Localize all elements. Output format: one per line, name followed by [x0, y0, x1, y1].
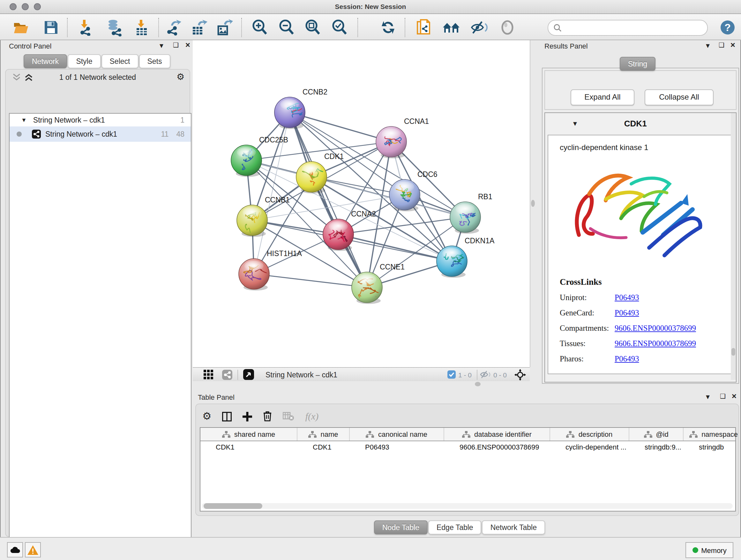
tab-style[interactable]: Style — [68, 54, 100, 68]
zoom-selected-button[interactable] — [331, 18, 348, 37]
panel-close-icon[interactable]: ✕ — [185, 42, 191, 49]
crosslink-link[interactable]: P06493 — [615, 308, 639, 318]
home-pair-button[interactable] — [442, 18, 460, 37]
copy-document-button[interactable] — [415, 18, 433, 37]
panel-maximize-icon[interactable]: ❑ — [719, 42, 724, 49]
cloud-button[interactable] — [7, 542, 23, 557]
column-header-database-identifier[interactable]: database identifier — [444, 428, 550, 441]
results-scrollbar-thumb[interactable] — [731, 348, 735, 356]
column-header-canonical-name[interactable]: canonical name — [350, 428, 444, 441]
expand-all-button[interactable]: Expand All — [570, 89, 634, 105]
import-network-file-button[interactable] — [77, 18, 95, 37]
export-network-button[interactable] — [164, 18, 182, 37]
import-table-button[interactable] — [133, 18, 151, 37]
column-header-namespace[interactable]: namespace — [684, 428, 741, 441]
zoom-fit-button[interactable] — [304, 18, 322, 37]
birdseye-view-icon[interactable] — [243, 369, 254, 380]
node-CCNB2[interactable]: CCNB2 — [274, 88, 327, 129]
edge-CCNB2-CCNE1[interactable] — [290, 112, 367, 287]
network-row[interactable]: String Network – cdk1 11 48 — [10, 126, 191, 142]
table-options-gear-icon[interactable]: ⚙ — [202, 411, 212, 422]
node-CDKN1A[interactable]: CDKN1A — [436, 237, 495, 278]
panel-float-icon[interactable]: ▼ — [704, 393, 711, 400]
table-cell[interactable]: CDK1 — [297, 443, 350, 450]
string-network-graph[interactable]: CDK1CCNB2CCNA1CDC25BCDC6RB1CCNB1CCNA2CDK… — [193, 40, 530, 367]
zoom-in-button[interactable] — [251, 18, 269, 37]
refresh-view-button[interactable] — [379, 18, 397, 37]
show-graphics-button[interactable] — [498, 18, 516, 37]
panel-float-icon[interactable]: ▼ — [158, 42, 165, 49]
node-CCNE1[interactable]: CCNE1 — [352, 263, 405, 304]
column-header-shared-name[interactable]: shared name — [200, 428, 297, 441]
network-canvas[interactable]: CDK1CCNB2CCNA1CDC25BCDC6RB1CCNB1CCNA2CDK… — [193, 40, 530, 367]
warnings-button[interactable] — [25, 542, 41, 557]
node-CCNA1[interactable]: CCNA1 — [376, 117, 429, 159]
tab-network[interactable]: Network — [23, 54, 67, 68]
panel-maximize-icon[interactable]: ❑ — [173, 42, 179, 49]
table-row[interactable]: CDK1CDK1P064939606.ENSP00000378699cyclin… — [200, 441, 735, 452]
string-view-icon[interactable] — [222, 369, 232, 380]
crosslink-link[interactable]: P06493 — [615, 354, 639, 364]
help-button[interactable]: ? — [719, 18, 737, 37]
network-edge-count: 48 — [176, 130, 185, 138]
tab-select[interactable]: Select — [102, 54, 138, 68]
minimize-window-button[interactable] — [22, 3, 29, 10]
results-scrollbar[interactable] — [731, 113, 736, 380]
column-header-description[interactable]: description — [550, 428, 629, 441]
node-table[interactable]: shared namenamecanonical namedatabase id… — [200, 427, 736, 511]
search-input[interactable] — [562, 21, 707, 34]
table-cell[interactable]: stringdb — [684, 443, 741, 450]
edge-CCNB2-CCNA1[interactable] — [290, 112, 391, 142]
panel-close-icon[interactable]: ✕ — [730, 42, 736, 49]
node-HIST1H1A[interactable]: HIST1H1A — [239, 249, 302, 291]
selected-checkbox-icon[interactable] — [448, 370, 456, 379]
delete-column-icon[interactable] — [263, 411, 272, 422]
zoom-window-button[interactable] — [34, 3, 41, 10]
column-header-name[interactable]: name — [297, 428, 350, 441]
zoom-out-button[interactable] — [278, 18, 295, 37]
crosslink-link[interactable]: 9606.ENSP00000378699 — [615, 324, 696, 333]
table-hscrollbar[interactable] — [202, 503, 733, 509]
edge-CDC25B-RB1[interactable] — [246, 160, 465, 217]
tab-node-table[interactable]: Node Table — [374, 520, 428, 535]
open-session-button[interactable] — [12, 18, 30, 37]
tab-edge-table[interactable]: Edge Table — [428, 520, 482, 535]
show-columns-icon[interactable] — [222, 412, 232, 421]
collection-expander-icon[interactable]: ▼ — [21, 117, 27, 123]
tab-sets[interactable]: Sets — [139, 54, 170, 68]
crosslink-link[interactable]: 9606.ENSP00000378699 — [615, 339, 696, 349]
column-header-id[interactable]: @id — [629, 428, 684, 441]
edge-HIST1H1A-CCNE1[interactable] — [254, 274, 367, 287]
network-options-gear-icon[interactable]: ⚙ — [177, 72, 185, 81]
memory-button[interactable]: Memory — [685, 542, 733, 558]
tab-network-table[interactable]: Network Table — [482, 520, 545, 535]
fit-content-crosshair-icon[interactable] — [515, 369, 526, 380]
panel-float-icon[interactable]: ▼ — [704, 42, 711, 49]
table-cell[interactable]: CDK1 — [200, 443, 297, 450]
gene-expander-icon[interactable]: ▼ — [572, 120, 578, 127]
collapse-all-button[interactable]: Collapse All — [645, 89, 714, 105]
network-collection-row[interactable]: ▼ String Network – cdk1 1 — [10, 114, 191, 126]
close-window-button[interactable] — [10, 3, 17, 10]
hide-graphics-button[interactable] — [470, 18, 488, 37]
help-icon: ? — [720, 20, 735, 35]
table-cell[interactable]: 9606.ENSP00000378699 — [444, 443, 550, 450]
table-cell[interactable]: stringdb:9... — [629, 443, 684, 450]
export-table-button[interactable] — [190, 18, 207, 37]
add-column-icon[interactable] — [243, 412, 253, 421]
gene-header[interactable]: ▼ CDK1 — [545, 113, 736, 133]
import-network-database-button[interactable] — [105, 18, 123, 37]
tab-string[interactable]: String — [620, 57, 656, 71]
horizontal-splitter-handle[interactable] — [475, 382, 481, 386]
crosslink-link[interactable]: P06493 — [615, 293, 639, 303]
search-field[interactable] — [548, 20, 708, 36]
save-session-button[interactable] — [42, 18, 60, 37]
table-cell[interactable]: P06493 — [350, 443, 444, 450]
export-image-button[interactable] — [215, 18, 233, 37]
panel-close-icon[interactable]: ✕ — [731, 393, 737, 400]
panel-maximize-icon[interactable]: ❑ — [720, 393, 726, 400]
table-hscrollbar-thumb[interactable] — [204, 503, 262, 509]
table-cell[interactable]: cyclin-dependent ... — [550, 443, 629, 450]
grid-view-icon[interactable] — [204, 370, 213, 379]
node-RB1[interactable]: RB1 — [450, 192, 492, 234]
